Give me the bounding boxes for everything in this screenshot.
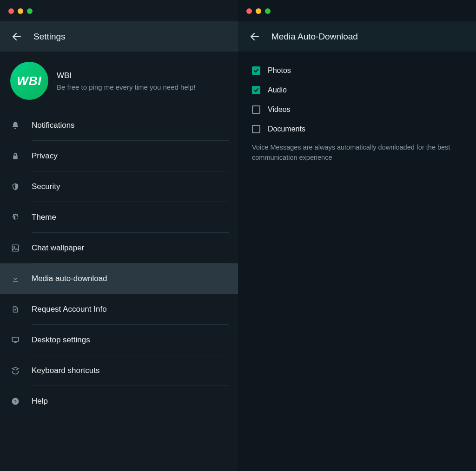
- svg-rect-1: [12, 245, 19, 251]
- download-icon: [10, 275, 20, 283]
- wallpaper-icon: [10, 244, 20, 252]
- avatar: WBI: [10, 62, 48, 100]
- menu-label: Keyboard shortcuts: [32, 366, 99, 375]
- option-videos[interactable]: Videos: [252, 100, 462, 119]
- svg-rect-5: [12, 337, 19, 341]
- settings-panel: Settings WBI WBI Be free to ping me ever…: [0, 0, 238, 471]
- checkbox-icon: [252, 86, 260, 94]
- menu-item-desktop-settings[interactable]: Desktop settings: [0, 325, 238, 355]
- menu-label: Theme: [32, 213, 56, 222]
- back-arrow-icon[interactable]: [11, 31, 22, 42]
- close-window-button[interactable]: [246, 8, 252, 14]
- menu-item-theme[interactable]: Theme: [0, 202, 238, 233]
- checkbox-icon: [252, 105, 260, 114]
- document-icon: [10, 305, 20, 314]
- settings-title: Settings: [33, 32, 66, 42]
- menu-item-privacy[interactable]: Privacy: [0, 141, 238, 171]
- menu-item-chat-wallpaper[interactable]: Chat wallpaper: [0, 233, 238, 263]
- options-hint: Voice Messages are always automatically …: [252, 139, 462, 163]
- option-audio[interactable]: Audio: [252, 80, 462, 100]
- menu-label: Notifications: [32, 121, 75, 130]
- keyboard-shortcut-icon: A: [10, 366, 20, 375]
- lock-icon: [10, 152, 20, 160]
- menu-label: Media auto-download: [32, 274, 107, 283]
- profile-name: WBI: [57, 71, 196, 80]
- close-window-button[interactable]: [8, 8, 14, 14]
- checkbox-icon: [252, 66, 260, 75]
- window-controls-right: [238, 0, 476, 21]
- profile-section[interactable]: WBI WBI Be free to ping me every time yo…: [0, 52, 238, 110]
- menu-item-keyboard-shortcuts[interactable]: A Keyboard shortcuts: [0, 355, 238, 386]
- menu-label: Desktop settings: [32, 335, 90, 345]
- menu-item-media-auto-download[interactable]: Media auto-download: [0, 263, 238, 294]
- media-options: Photos Audio Videos Documents Voice Mess…: [238, 52, 476, 172]
- media-title: Media Auto-Download: [271, 32, 358, 42]
- menu-label: Security: [32, 182, 60, 191]
- svg-point-2: [14, 247, 15, 248]
- settings-header: Settings: [0, 21, 238, 52]
- help-icon: ?: [10, 397, 20, 406]
- menu-label: Request Account Info: [32, 305, 107, 314]
- option-label: Audio: [268, 86, 287, 94]
- avatar-text: WBI: [17, 74, 42, 88]
- minimize-window-button[interactable]: [18, 8, 23, 14]
- svg-text:?: ?: [14, 399, 17, 404]
- option-label: Documents: [268, 125, 305, 133]
- profile-text: WBI Be free to ping me every time you ne…: [57, 71, 196, 91]
- window-controls-left: [0, 0, 238, 21]
- profile-status: Be free to ping me every time you need h…: [57, 83, 196, 91]
- media-header: Media Auto-Download: [238, 21, 476, 52]
- svg-text:A: A: [14, 369, 17, 373]
- monitor-icon: [10, 336, 20, 344]
- option-photos[interactable]: Photos: [252, 61, 462, 80]
- maximize-window-button[interactable]: [27, 8, 33, 14]
- maximize-window-button[interactable]: [265, 8, 271, 14]
- settings-menu: Notifications Privacy Security Theme Cha…: [0, 110, 238, 417]
- menu-label: Help: [32, 397, 48, 406]
- media-auto-download-panel: Media Auto-Download Photos Audio Videos …: [238, 0, 476, 471]
- option-label: Videos: [268, 105, 291, 114]
- bell-icon: [10, 121, 20, 130]
- menu-label: Privacy: [32, 151, 58, 161]
- menu-label: Chat wallpaper: [32, 243, 84, 253]
- menu-item-help[interactable]: ? Help: [0, 386, 238, 417]
- minimize-window-button[interactable]: [256, 8, 261, 14]
- checkbox-icon: [252, 125, 260, 133]
- brightness-icon: [10, 213, 20, 222]
- menu-item-notifications[interactable]: Notifications: [0, 110, 238, 141]
- shield-icon: [10, 182, 20, 191]
- menu-item-security[interactable]: Security: [0, 171, 238, 202]
- option-label: Photos: [268, 66, 291, 75]
- menu-item-request-account-info[interactable]: Request Account Info: [0, 294, 238, 325]
- option-documents[interactable]: Documents: [252, 119, 462, 139]
- back-arrow-icon[interactable]: [249, 31, 260, 42]
